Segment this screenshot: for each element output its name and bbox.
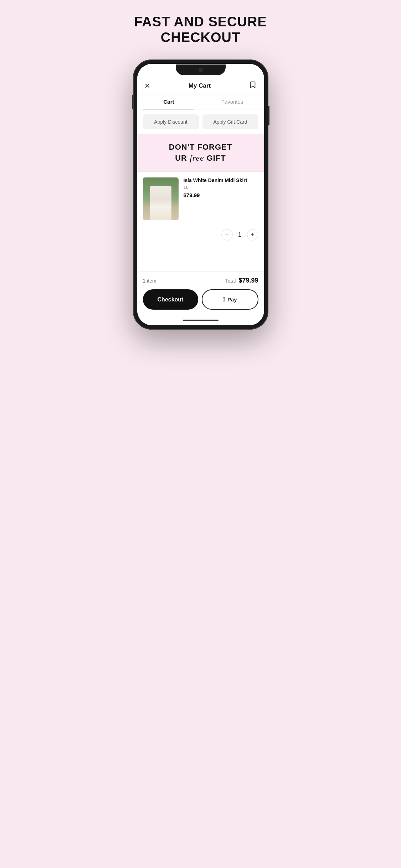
- item-details: Isla White Denim Midi Skirt 16 $79.99: [184, 177, 258, 198]
- item-price: $79.99: [184, 192, 258, 198]
- home-bar: [183, 320, 219, 321]
- total-label: Total: [225, 278, 236, 284]
- phone-frame: ✕ My Cart Cart Favorites Apply Discount …: [133, 60, 268, 330]
- action-buttons-row: Apply Discount Apply Gift Card: [137, 109, 264, 134]
- quantity-value: 1: [233, 232, 247, 238]
- camera: [199, 68, 203, 72]
- promo-text: DON'T FORGET UR free GIFT: [143, 142, 258, 164]
- tab-favorites[interactable]: Favorites: [201, 94, 264, 109]
- cart-section: Isla White Denim Midi Skirt 16 $79.99 − …: [137, 171, 264, 272]
- cart-header: ✕ My Cart: [137, 76, 264, 94]
- quantity-decrease-button[interactable]: −: [221, 229, 233, 241]
- product-image: [143, 177, 179, 220]
- total-amount: $79.99: [238, 277, 258, 284]
- page-title: FAST AND SECURECHECKOUT: [134, 14, 267, 45]
- close-button[interactable]: ✕: [144, 82, 150, 90]
- phone-screen: ✕ My Cart Cart Favorites Apply Discount …: [137, 64, 264, 325]
- apple-pay-button[interactable]:  Pay: [202, 289, 258, 310]
- product-image-bg: [143, 177, 179, 220]
- quantity-row: − 1 +: [137, 226, 264, 246]
- cart-footer: 1 item Total $79.99 Checkout  Pay: [137, 272, 264, 315]
- home-indicator: [137, 315, 264, 325]
- checkout-buttons: Checkout  Pay: [143, 289, 258, 315]
- total-row: Total $79.99: [225, 277, 258, 284]
- screen-content: ✕ My Cart Cart Favorites Apply Discount …: [137, 76, 264, 325]
- tab-cart[interactable]: Cart: [137, 94, 201, 109]
- tab-bar: Cart Favorites: [137, 94, 264, 109]
- apply-gift-card-button[interactable]: Apply Gift Card: [202, 114, 258, 129]
- cart-summary: 1 item Total $79.99: [143, 277, 258, 284]
- item-size: 16: [184, 185, 258, 190]
- checkout-button[interactable]: Checkout: [143, 289, 198, 310]
- cart-title: My Cart: [189, 82, 211, 89]
- phone-power-button: [268, 106, 269, 125]
- quantity-increase-button[interactable]: +: [247, 229, 258, 241]
- notch: [176, 64, 226, 75]
- promo-banner: DON'T FORGET UR free GIFT: [137, 134, 264, 171]
- apply-discount-button[interactable]: Apply Discount: [143, 114, 199, 129]
- notch-area: [137, 64, 264, 76]
- item-count: 1 item: [143, 278, 156, 284]
- phone-side-button: [132, 95, 133, 109]
- wishlist-icon[interactable]: [249, 81, 257, 91]
- product-figure: [150, 186, 171, 220]
- item-name: Isla White Denim Midi Skirt: [184, 177, 258, 183]
- table-row: Isla White Denim Midi Skirt 16 $79.99: [137, 172, 264, 226]
